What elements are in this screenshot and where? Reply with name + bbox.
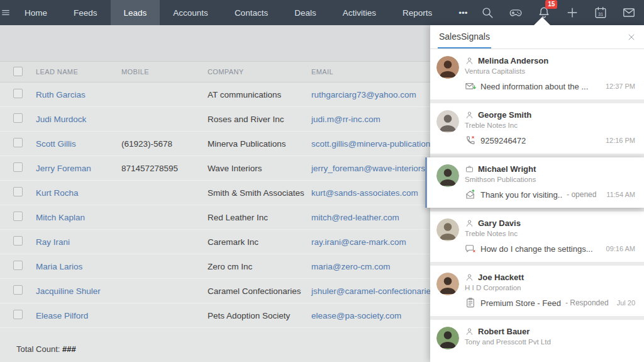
lead-name-link[interactable]: Kurt Rocha	[36, 188, 79, 198]
row-checkbox[interactable]	[13, 187, 23, 196]
signal-card[interactable]: Michael Wright Smithson Publications Tha…	[425, 157, 644, 208]
row-checkbox[interactable]	[13, 138, 23, 147]
signal-status: - opened	[567, 190, 596, 199]
total-count-label: Total Count:	[16, 344, 60, 354]
nav-item-activities[interactable]: Activities	[330, 0, 389, 25]
salessignals-panel: SalesSignals Melinda Anderson Ventura Ca…	[430, 25, 644, 362]
person-icon	[465, 56, 474, 65]
contact-name: George Smith	[478, 110, 531, 120]
contact-company: Smithson Publications	[465, 176, 635, 183]
contact-name: Michael Wright	[478, 164, 536, 174]
company-value: Zero cm Inc	[208, 262, 311, 271]
row-checkbox[interactable]	[13, 113, 23, 123]
row-checkbox[interactable]	[13, 285, 23, 295]
email-icon[interactable]	[622, 6, 636, 20]
signal-list: Melinda Anderson Ventura Capitalists Nee…	[430, 49, 644, 362]
avatar	[436, 218, 459, 241]
column-header-company[interactable]: COMPANY	[208, 68, 311, 76]
avatar	[436, 110, 459, 133]
lead-name-link[interactable]: Ray Irani	[36, 237, 70, 247]
survey-icon	[465, 297, 476, 308]
signal-card[interactable]: Melinda Anderson Ventura Capitalists Nee…	[430, 49, 644, 99]
company-value: Red Leather Inc	[208, 213, 311, 222]
contact-name: Robert Bauer	[478, 327, 530, 336]
row-checkbox[interactable]	[13, 162, 23, 172]
nav-item-home[interactable]: Home	[11, 0, 60, 25]
signal-message: Need information about the ...	[480, 82, 588, 91]
email-link[interactable]: ray.irani@care-mark.com	[311, 237, 406, 247]
quick-create-plus-icon[interactable]	[565, 6, 579, 20]
row-checkbox[interactable]	[13, 212, 23, 221]
nav-item-deals[interactable]: Deals	[281, 0, 330, 25]
contact-company: Treble Notes Inc	[465, 122, 635, 129]
signal-time: 12:37 PM	[602, 82, 635, 90]
row-checkbox[interactable]	[13, 236, 23, 246]
mobile-value: 871457278595	[121, 164, 208, 173]
company-value: Caramel Confectionaries	[208, 286, 311, 296]
contact-company: Treble Notes Inc	[465, 230, 635, 237]
contact-name: Melinda Anderson	[478, 56, 548, 65]
calendar-icon[interactable]	[594, 6, 608, 20]
signal-message: 9259246472	[480, 136, 526, 145]
signal-card[interactable]: Gary Davis Treble Notes Inc How do I cha…	[430, 212, 644, 262]
row-checkbox[interactable]	[13, 310, 23, 319]
crm-app: Home Feeds Leads Accounts Contacts Deals…	[0, 0, 644, 362]
lead-name-link[interactable]: Ruth Garcias	[36, 90, 86, 99]
company-value: Pets Adoption Society	[208, 311, 311, 320]
lead-name-link[interactable]: Jacquiline Shuler	[36, 286, 101, 296]
nav-item-accounts[interactable]: Accounts	[160, 0, 221, 25]
signal-card[interactable]: Robert Bauer Tony and Presscott Pvt Ltd	[430, 320, 644, 362]
close-icon[interactable]	[626, 32, 636, 42]
contact-name: Joe Hackett	[478, 273, 524, 282]
search-icon[interactable]	[480, 6, 494, 20]
notification-count-badge: 15	[545, 0, 557, 9]
signal-card[interactable]: Joe Hackett H I D Corporation Premium St…	[430, 266, 644, 316]
signal-time: 09:16 AM	[602, 245, 635, 252]
lead-name-link[interactable]: Maria Larios	[36, 262, 82, 271]
email-link[interactable]: ruthgarciarg73@yahoo.com	[311, 90, 416, 99]
contact-name: Gary Davis	[478, 218, 521, 228]
panel-header: SalesSignals	[430, 25, 644, 49]
contact-company: Tony and Presscott Pvt Ltd	[465, 338, 635, 346]
lead-name-link[interactable]: Judi Murdock	[36, 115, 86, 124]
contact-company: H I D Corporation	[465, 284, 635, 291]
signal-card[interactable]: George Smith Treble Notes Inc 9259246472…	[430, 103, 644, 154]
company-value: Roses and River Inc	[208, 115, 311, 124]
lead-name-link[interactable]: Mitch Kaplan	[36, 213, 85, 222]
nav-item-reports[interactable]: Reports	[389, 0, 445, 25]
column-header-mobile[interactable]: MOBILE	[121, 68, 208, 76]
lead-name-link[interactable]: Elease Pilford	[36, 311, 88, 320]
person-icon	[465, 273, 474, 282]
email-link[interactable]: maria@zero-cm.com	[311, 262, 390, 271]
email-link[interactable]: kurt@sands-associates.com	[311, 188, 418, 198]
email-link[interactable]: jerry_foreman@wave-interiors.co	[311, 164, 436, 173]
hamburger-menu-icon[interactable]	[0, 0, 11, 25]
email-link[interactable]: jshuler@caramel-confectionaries	[311, 286, 435, 296]
nav-item-feeds[interactable]: Feeds	[60, 0, 111, 25]
email-link[interactable]: mitch@red-leather.com	[311, 213, 399, 222]
row-checkbox[interactable]	[13, 261, 23, 270]
lead-name-link[interactable]: Jerry Foreman	[36, 164, 91, 173]
total-count-value: ###	[62, 344, 76, 354]
email-link[interactable]: elease@pa-society.com	[311, 311, 401, 320]
company-value: Smith & Smith Associates	[208, 188, 311, 198]
email-link[interactable]: judi.m@rr-inc.com	[311, 115, 380, 124]
row-checkbox[interactable]	[13, 89, 23, 98]
select-all-checkbox[interactable]	[13, 67, 23, 76]
nav-item-more[interactable]: •••	[445, 0, 480, 25]
lead-name-link[interactable]: Scott Gillis	[36, 139, 76, 149]
contact-company: Ventura Capitalists	[465, 67, 635, 75]
nav-item-leads[interactable]: Leads	[111, 0, 160, 25]
avatar	[436, 164, 459, 187]
briefcase-icon	[465, 164, 474, 174]
panel-caret	[534, 17, 550, 25]
nav-item-contacts[interactable]: Contacts	[221, 0, 281, 25]
person-icon	[465, 218, 474, 228]
email-link[interactable]: scott.gillis@minerva-publications	[311, 139, 435, 149]
gamescope-icon[interactable]	[509, 6, 523, 20]
signal-time: 12:16 PM	[602, 137, 635, 144]
email-opened-icon	[465, 189, 476, 200]
signal-message: Premium Store - Feedba..	[480, 298, 561, 308]
column-header-lead-name[interactable]: LEAD NAME	[36, 68, 121, 76]
signal-status: - Responded	[565, 298, 609, 307]
